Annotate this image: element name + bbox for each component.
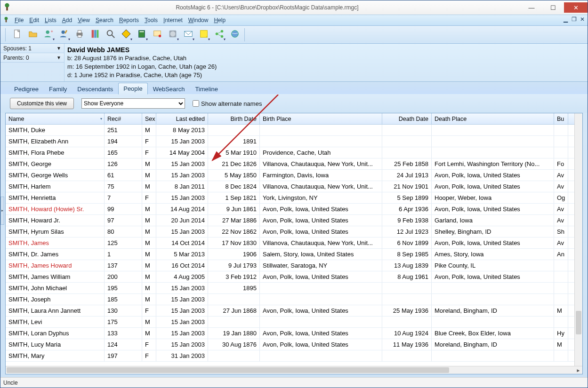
mdi-close-icon[interactable]: ✕ [579, 16, 586, 23]
col-bp[interactable]: Birth Place [260, 113, 382, 124]
add-person-button[interactable]: + [41, 28, 56, 42]
tab-websearch[interactable]: WebSearch [148, 83, 190, 95]
col-name[interactable]: Name▾ [6, 113, 105, 124]
cell-rec: 80 [105, 226, 142, 237]
alternate-names-checkbox[interactable] [193, 100, 199, 107]
book-button[interactable] [135, 28, 149, 42]
chevron-down-icon: ▼ [56, 55, 61, 60]
cell-rec: 124 [105, 339, 142, 350]
table-row[interactable]: SMITH, Howard (Howie) Sr.99M14 Aug 20149… [6, 204, 582, 215]
cell-dp: Hooper, Weber, Iowa [432, 192, 554, 203]
share-icon [214, 29, 225, 40]
menu-reports[interactable]: Reports [116, 16, 142, 24]
print-button[interactable] [72, 28, 87, 42]
cell-dd [382, 147, 432, 158]
mail-button[interactable] [181, 28, 195, 42]
table-row[interactable]: SMITH, John Michael195M15 Jan 20031895 [6, 283, 582, 294]
open-folder-button[interactable] [26, 28, 40, 42]
customize-view-button[interactable]: Customize this view [10, 98, 74, 109]
menu-lists[interactable]: Lists [42, 16, 59, 24]
col-dd[interactable]: Death Date [382, 113, 432, 124]
search-button[interactable] [104, 28, 118, 42]
close-button[interactable]: ✕ [564, 2, 588, 13]
menu-add[interactable]: Add [59, 16, 75, 24]
sort-indicator-icon: ▾ [100, 117, 102, 121]
mdi-minimize-icon[interactable]: ▁ [562, 16, 569, 23]
tab-timeline[interactable]: Timeline [190, 83, 223, 95]
table-row[interactable]: SMITH, Laura Ann Jannett130F15 Jan 20032… [6, 305, 582, 317]
cell-sex: M [142, 215, 156, 226]
tab-descendants[interactable]: Descendants [72, 83, 118, 95]
col-dp[interactable]: Death Place [432, 113, 554, 124]
certificate-button[interactable] [150, 28, 164, 42]
table-row[interactable]: SMITH, Dr. James1M5 Mar 20131906Salem, S… [6, 249, 582, 260]
client-area: ▸ Spouses: 1 ▼ Parents: 0 ▼ David Webb J… [0, 44, 588, 377]
spouses-dropdown[interactable]: Spouses: 1 ▼ [0, 44, 64, 53]
table-row[interactable]: SMITH, Lucy Maria124F15 Jan 200330 Aug 1… [6, 339, 582, 350]
road-sign-button[interactable] [119, 28, 133, 42]
tab-people[interactable]: People [118, 83, 147, 95]
col-bu[interactable]: Bu [554, 113, 568, 124]
show-filter-select[interactable]: Show Everyone [81, 98, 185, 109]
tab-pedigree[interactable]: Pedigree [9, 83, 44, 95]
cell-bd [208, 294, 260, 305]
table-row[interactable]: SMITH, Joseph185M15 Jan 2003 [6, 294, 582, 305]
parents-dropdown[interactable]: Parents: 0 ▼ [0, 53, 64, 63]
menu-search[interactable]: Search [93, 16, 116, 24]
svg-point-16 [107, 31, 113, 36]
cell-bd [208, 317, 260, 327]
share-button[interactable] [212, 28, 226, 42]
disk-button[interactable] [166, 28, 180, 42]
edit-person-icon [59, 29, 69, 40]
cell-name: SMITH, Hyrum Silas [6, 226, 105, 237]
col-le[interactable]: Last edited [156, 113, 208, 124]
col-bd[interactable]: Birth Date [208, 113, 260, 124]
maximize-button[interactable]: ☐ [542, 2, 564, 13]
side-panel-expander[interactable]: ▸ [0, 197, 4, 225]
table-row[interactable]: SMITH, Duke251M8 May 2013 [6, 125, 582, 136]
alternate-names-label[interactable]: Show alternate names [193, 100, 262, 107]
tab-family[interactable]: Family [44, 83, 72, 95]
col-rec[interactable]: Rec# [105, 113, 142, 124]
cell-le: 15 Jan 2003 [156, 328, 208, 339]
scroll-right-icon[interactable]: ► [574, 366, 582, 374]
table-row[interactable]: SMITH, George126M15 Jan 200321 Dec 1826V… [6, 158, 582, 170]
scroll-thumb[interactable] [7, 367, 449, 373]
edit-person-button[interactable] [57, 28, 71, 42]
menu-file[interactable]: File [12, 16, 26, 24]
menu-internet[interactable]: Internet [161, 16, 185, 24]
col-sex[interactable]: Sex [142, 113, 156, 124]
gedcom-button[interactable] [88, 28, 102, 42]
table-row[interactable]: SMITH, Mary197F31 Jan 2003 [6, 350, 582, 362]
menu-edit[interactable]: Edit [26, 16, 42, 24]
table-row[interactable]: SMITH, George Wells61M15 Jan 20035 May 1… [6, 170, 582, 181]
mdi-restore-icon[interactable]: ❐ [571, 16, 577, 23]
cell-dp [432, 136, 554, 147]
menu-view[interactable]: View [75, 16, 93, 24]
menu-window[interactable]: Window [185, 16, 211, 24]
table-row[interactable]: SMITH, Levi175M15 Jan 2003 [6, 317, 582, 328]
table-row[interactable]: SMITH, Loran Dyphus133M15 Jan 200319 Jan… [6, 328, 582, 339]
svg-rect-20 [139, 32, 144, 32]
table-row[interactable]: SMITH, James125M14 Oct 201417 Nov 1830Vi… [6, 238, 582, 249]
svg-rect-1 [6, 7, 8, 10]
sticky-note-button[interactable] [197, 28, 211, 42]
scroll-thumb[interactable] [576, 311, 581, 334]
horizontal-scrollbar[interactable]: ◄ ► [6, 366, 582, 374]
vertical-scrollbar[interactable] [574, 113, 582, 366]
table-row[interactable]: SMITH, Flora Phebe165F14 May 20045 Mar 1… [6, 147, 582, 158]
menu-tools[interactable]: Tools [142, 16, 161, 24]
table-row[interactable]: SMITH, Elizabeth Ann194F15 Jan 20031891 [6, 136, 582, 147]
cell-bu [554, 260, 568, 271]
svg-rect-14 [94, 30, 97, 38]
table-row[interactable]: SMITH, Harlem75M8 Jan 20118 Dec 1824Vill… [6, 181, 582, 192]
globe-button[interactable] [228, 28, 242, 42]
table-row[interactable]: SMITH, James Howard137M16 Oct 20149 Jul … [6, 260, 582, 271]
table-row[interactable]: SMITH, Howard Jr.97M20 Jun 201427 Mar 18… [6, 215, 582, 226]
table-row[interactable]: SMITH, James William200M4 Aug 20053 Feb … [6, 271, 582, 283]
table-row[interactable]: SMITH, Hyrum Silas80M15 Jan 200322 Nov 1… [6, 226, 582, 238]
minimize-button[interactable]: — [521, 2, 542, 13]
table-row[interactable]: SMITH, Henrietta7F15 Jan 20031 Sep 1821Y… [6, 192, 582, 204]
menu-help[interactable]: Help [211, 16, 228, 24]
new-file-button[interactable] [10, 28, 24, 42]
